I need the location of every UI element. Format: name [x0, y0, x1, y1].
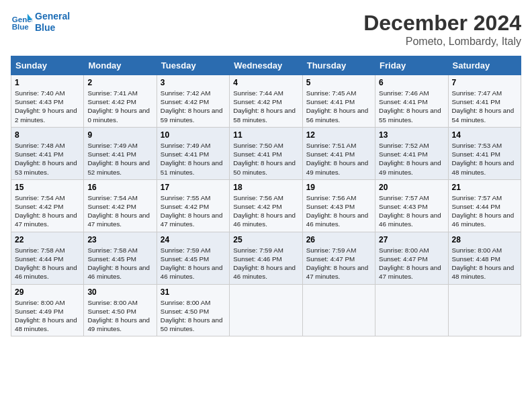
calendar-body: 1Sunrise: 7:40 AMSunset: 4:43 PMDaylight…: [11, 75, 521, 336]
calendar-cell: 13Sunrise: 7:52 AMSunset: 4:41 PMDayligh…: [375, 127, 448, 179]
calendar-cell: 8Sunrise: 7:48 AMSunset: 4:41 PMDaylight…: [11, 127, 84, 179]
cell-info: Sunrise: 7:58 AMSunset: 4:44 PMDaylight:…: [15, 246, 80, 281]
cell-info: Sunrise: 7:47 AMSunset: 4:41 PMDaylight:…: [452, 89, 517, 124]
day-number: 4: [233, 78, 298, 87]
day-number: 5: [306, 78, 371, 87]
day-number: 29: [15, 287, 80, 297]
calendar-cell: 6Sunrise: 7:46 AMSunset: 4:41 PMDaylight…: [375, 75, 448, 128]
cell-info: Sunrise: 7:55 AMSunset: 4:42 PMDaylight:…: [161, 193, 226, 229]
calendar-cell: 1Sunrise: 7:40 AMSunset: 4:43 PMDaylight…: [11, 75, 84, 128]
calendar-cell: 24Sunrise: 7:59 AMSunset: 4:45 PMDayligh…: [157, 232, 229, 284]
day-number: 25: [233, 235, 298, 244]
weekday-saturday: Saturday: [448, 56, 521, 75]
calendar-cell: 26Sunrise: 7:59 AMSunset: 4:47 PMDayligh…: [302, 232, 375, 284]
weekday-sunday: Sunday: [11, 56, 84, 75]
day-number: 23: [87, 235, 152, 244]
week-row-4: 22Sunrise: 7:58 AMSunset: 4:44 PMDayligh…: [11, 232, 521, 284]
day-number: 21: [452, 183, 517, 192]
cell-info: Sunrise: 8:00 AMSunset: 4:50 PMDaylight:…: [161, 298, 226, 334]
cell-info: Sunrise: 7:52 AMSunset: 4:41 PMDaylight:…: [379, 141, 444, 177]
calendar-cell: 31Sunrise: 8:00 AMSunset: 4:50 PMDayligh…: [157, 284, 229, 336]
day-number: 30: [87, 287, 152, 297]
location: Pometo, Lombardy, Italy: [363, 36, 521, 48]
calendar-cell: 14Sunrise: 7:53 AMSunset: 4:41 PMDayligh…: [448, 127, 521, 179]
calendar-cell: 18Sunrise: 7:56 AMSunset: 4:42 PMDayligh…: [230, 179, 302, 232]
cell-info: Sunrise: 7:56 AMSunset: 4:42 PMDaylight:…: [233, 193, 298, 229]
day-number: 11: [233, 130, 298, 140]
cell-info: Sunrise: 7:57 AMSunset: 4:43 PMDaylight:…: [379, 193, 444, 229]
calendar-cell: 22Sunrise: 7:58 AMSunset: 4:44 PMDayligh…: [11, 232, 84, 284]
day-number: 24: [161, 235, 226, 244]
week-row-2: 8Sunrise: 7:48 AMSunset: 4:41 PMDaylight…: [11, 127, 521, 179]
calendar-cell: 12Sunrise: 7:51 AMSunset: 4:41 PMDayligh…: [302, 127, 375, 179]
calendar-cell: 16Sunrise: 7:54 AMSunset: 4:42 PMDayligh…: [84, 179, 157, 232]
cell-info: Sunrise: 7:59 AMSunset: 4:46 PMDaylight:…: [233, 246, 298, 281]
calendar-cell: 27Sunrise: 8:00 AMSunset: 4:47 PMDayligh…: [375, 232, 448, 284]
day-number: 7: [452, 78, 517, 87]
day-number: 22: [15, 235, 80, 244]
calendar-cell: [448, 284, 521, 336]
day-number: 26: [306, 235, 371, 244]
calendar-cell: 20Sunrise: 7:57 AMSunset: 4:43 PMDayligh…: [375, 179, 448, 232]
cell-info: Sunrise: 7:54 AMSunset: 4:42 PMDaylight:…: [15, 193, 80, 229]
day-number: 12: [306, 130, 371, 140]
day-number: 3: [161, 78, 226, 87]
day-number: 14: [452, 130, 517, 140]
cell-info: Sunrise: 7:49 AMSunset: 4:41 PMDaylight:…: [161, 141, 226, 177]
weekday-thursday: Thursday: [302, 56, 375, 75]
cell-info: Sunrise: 7:49 AMSunset: 4:41 PMDaylight:…: [87, 141, 152, 177]
calendar-cell: 7Sunrise: 7:47 AMSunset: 4:41 PMDaylight…: [448, 75, 521, 128]
calendar-cell: [375, 284, 448, 336]
day-number: 28: [452, 235, 517, 244]
cell-info: Sunrise: 7:51 AMSunset: 4:41 PMDaylight:…: [306, 141, 371, 177]
calendar-cell: [302, 284, 375, 336]
cell-info: Sunrise: 8:00 AMSunset: 4:50 PMDaylight:…: [87, 298, 152, 334]
cell-info: Sunrise: 8:00 AMSunset: 4:49 PMDaylight:…: [15, 298, 80, 334]
page-header: General Blue General Blue December 2024 …: [11, 11, 521, 48]
cell-info: Sunrise: 8:00 AMSunset: 4:48 PMDaylight:…: [452, 246, 517, 281]
cell-info: Sunrise: 7:59 AMSunset: 4:45 PMDaylight:…: [161, 246, 226, 281]
day-number: 27: [379, 235, 444, 244]
cell-info: Sunrise: 7:48 AMSunset: 4:41 PMDaylight:…: [15, 141, 80, 177]
day-number: 8: [15, 130, 80, 140]
cell-info: Sunrise: 7:46 AMSunset: 4:41 PMDaylight:…: [379, 89, 444, 124]
day-number: 18: [233, 183, 298, 192]
day-number: 10: [161, 130, 226, 140]
day-number: 9: [87, 130, 152, 140]
cell-info: Sunrise: 7:40 AMSunset: 4:43 PMDaylight:…: [15, 89, 80, 124]
week-row-1: 1Sunrise: 7:40 AMSunset: 4:43 PMDaylight…: [11, 75, 521, 128]
cell-info: Sunrise: 7:53 AMSunset: 4:41 PMDaylight:…: [452, 141, 517, 177]
day-number: 16: [87, 183, 152, 192]
svg-text:Blue: Blue: [12, 22, 30, 30]
calendar-cell: [230, 284, 302, 336]
day-number: 17: [161, 183, 226, 192]
logo-line1: General: [35, 11, 70, 22]
calendar-cell: 15Sunrise: 7:54 AMSunset: 4:42 PMDayligh…: [11, 179, 84, 232]
cell-info: Sunrise: 7:57 AMSunset: 4:44 PMDaylight:…: [452, 193, 517, 229]
weekday-tuesday: Tuesday: [157, 56, 229, 75]
calendar-cell: 21Sunrise: 7:57 AMSunset: 4:44 PMDayligh…: [448, 179, 521, 232]
cell-info: Sunrise: 7:59 AMSunset: 4:47 PMDaylight:…: [306, 246, 371, 281]
calendar-cell: 28Sunrise: 8:00 AMSunset: 4:48 PMDayligh…: [448, 232, 521, 284]
day-number: 2: [87, 78, 152, 87]
weekday-monday: Monday: [84, 56, 157, 75]
weekday-header-row: SundayMondayTuesdayWednesdayThursdayFrid…: [11, 56, 521, 75]
day-number: 20: [379, 183, 444, 192]
cell-info: Sunrise: 8:00 AMSunset: 4:47 PMDaylight:…: [379, 246, 444, 281]
calendar-cell: 25Sunrise: 7:59 AMSunset: 4:46 PMDayligh…: [230, 232, 302, 284]
calendar-cell: 30Sunrise: 8:00 AMSunset: 4:50 PMDayligh…: [84, 284, 157, 336]
title-block: December 2024 Pometo, Lombardy, Italy: [363, 11, 521, 48]
calendar-table: SundayMondayTuesdayWednesdayThursdayFrid…: [11, 56, 521, 336]
logo-line2: Blue: [35, 22, 70, 34]
calendar-cell: 23Sunrise: 7:58 AMSunset: 4:45 PMDayligh…: [84, 232, 157, 284]
calendar-cell: 5Sunrise: 7:45 AMSunset: 4:41 PMDaylight…: [302, 75, 375, 128]
cell-info: Sunrise: 7:54 AMSunset: 4:42 PMDaylight:…: [87, 193, 152, 229]
cell-info: Sunrise: 7:41 AMSunset: 4:42 PMDaylight:…: [87, 89, 152, 124]
day-number: 6: [379, 78, 444, 87]
week-row-3: 15Sunrise: 7:54 AMSunset: 4:42 PMDayligh…: [11, 179, 521, 232]
month-title: December 2024: [363, 11, 521, 36]
cell-info: Sunrise: 7:44 AMSunset: 4:42 PMDaylight:…: [233, 89, 298, 124]
calendar-cell: 11Sunrise: 7:50 AMSunset: 4:41 PMDayligh…: [230, 127, 302, 179]
cell-info: Sunrise: 7:50 AMSunset: 4:41 PMDaylight:…: [233, 141, 298, 177]
day-number: 1: [15, 78, 80, 87]
